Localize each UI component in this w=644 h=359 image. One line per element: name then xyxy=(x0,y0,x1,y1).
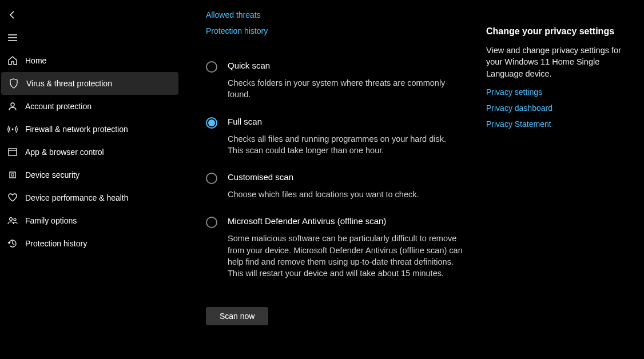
radio-full-scan[interactable]: Full scan Checks all files and running p… xyxy=(206,117,463,157)
back-button[interactable] xyxy=(1,3,24,26)
svg-point-7 xyxy=(14,218,16,221)
svg-point-6 xyxy=(10,218,13,221)
radio-title: Quick scan xyxy=(228,61,463,70)
link-privacy-settings[interactable]: Privacy settings xyxy=(486,87,635,97)
sidebar-item-app-browser[interactable]: App & browser control xyxy=(0,141,183,163)
sidebar: Home Virus & threat protection Account p… xyxy=(0,0,183,359)
menu-button[interactable] xyxy=(1,26,24,49)
link-privacy-statement[interactable]: Privacy Statement xyxy=(486,119,635,129)
arrow-left-icon xyxy=(8,10,17,19)
sidebar-item-history[interactable]: Protection history xyxy=(0,232,183,255)
radio-title: Customised scan xyxy=(228,172,463,182)
window-icon xyxy=(7,146,18,158)
sidebar-item-label: Protection history xyxy=(25,239,87,248)
people-icon xyxy=(7,215,18,226)
radio-indicator xyxy=(206,217,217,228)
radio-quick-scan[interactable]: Quick scan Checks folders in your system… xyxy=(206,61,463,101)
sidebar-item-firewall[interactable]: Firewall & network protection xyxy=(0,118,183,141)
sidebar-item-label: Device security xyxy=(25,170,79,180)
sidebar-item-label: App & browser control xyxy=(25,147,104,157)
sidebar-item-label: Device performance & health xyxy=(25,193,129,202)
svg-rect-4 xyxy=(10,172,15,178)
svg-point-1 xyxy=(12,129,14,130)
link-allowed-threats[interactable]: Allowed threats xyxy=(206,10,463,19)
history-icon xyxy=(7,238,18,249)
person-icon xyxy=(7,101,18,112)
hamburger-icon xyxy=(8,34,17,41)
sidebar-item-label: Account protection xyxy=(25,102,92,111)
scan-now-button[interactable]: Scan now xyxy=(206,307,268,325)
sidebar-item-home[interactable]: Home xyxy=(0,49,183,72)
radio-desc: Checks all files and running programmes … xyxy=(228,133,463,157)
sidebar-item-account[interactable]: Account protection xyxy=(0,95,183,118)
radio-indicator xyxy=(206,61,217,73)
chip-icon xyxy=(7,169,18,181)
sidebar-item-device-security[interactable]: Device security xyxy=(0,163,183,186)
sidebar-item-performance[interactable]: Device performance & health xyxy=(0,186,183,209)
svg-point-0 xyxy=(11,103,14,106)
main-content: Allowed threats Protection history Quick… xyxy=(183,0,644,359)
sidebar-item-family[interactable]: Family options xyxy=(0,209,183,232)
radio-desc: Some malicious software can be particula… xyxy=(228,233,463,279)
side-panel-desc: View and change privacy settings for you… xyxy=(486,45,635,79)
shield-icon xyxy=(8,78,19,89)
radio-indicator xyxy=(206,173,217,184)
radio-customised-scan[interactable]: Customised scan Choose which files and l… xyxy=(206,172,463,200)
signal-icon xyxy=(7,123,18,135)
sidebar-item-label: Firewall & network protection xyxy=(25,125,128,134)
radio-desc: Checks folders in your system where thre… xyxy=(228,77,463,101)
nav-list: Home Virus & threat protection Account p… xyxy=(0,49,183,255)
sidebar-item-virus-threat[interactable]: Virus & threat protection xyxy=(1,72,178,95)
heart-icon xyxy=(7,192,18,204)
sidebar-item-label: Home xyxy=(25,56,46,65)
link-protection-history[interactable]: Protection history xyxy=(206,26,463,35)
radio-title: Microsoft Defender Antivirus (offline sc… xyxy=(228,216,463,226)
radio-offline-scan[interactable]: Microsoft Defender Antivirus (offline sc… xyxy=(206,216,463,279)
radio-title: Full scan xyxy=(228,117,463,126)
svg-rect-2 xyxy=(9,149,17,155)
side-panel: Change your privacy settings View and ch… xyxy=(486,10,635,359)
scan-options: Quick scan Checks folders in your system… xyxy=(206,61,463,325)
link-privacy-dashboard[interactable]: Privacy dashboard xyxy=(486,103,635,113)
sidebar-item-label: Family options xyxy=(25,216,77,225)
radio-desc: Choose which files and locations you wan… xyxy=(228,189,463,200)
home-icon xyxy=(7,55,18,66)
svg-rect-5 xyxy=(11,174,14,176)
side-panel-title: Change your privacy settings xyxy=(486,26,635,37)
radio-indicator xyxy=(206,117,217,129)
sidebar-item-label: Virus & threat protection xyxy=(26,79,112,88)
